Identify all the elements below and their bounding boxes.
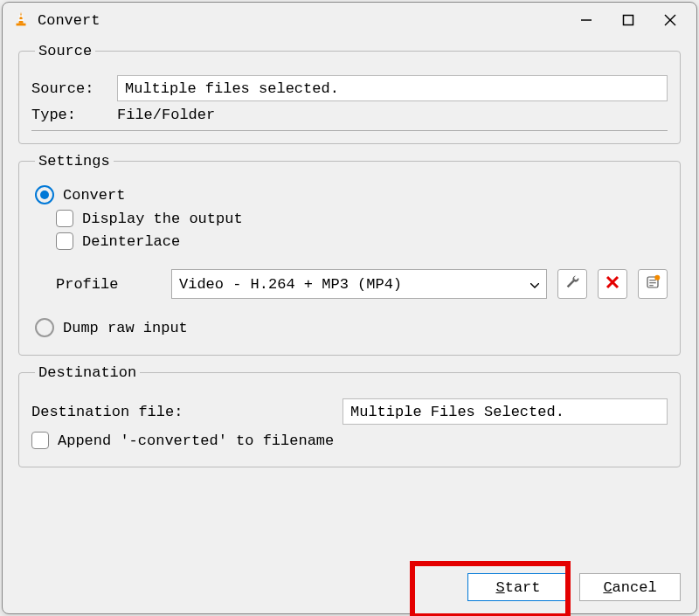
- type-label: Type:: [31, 107, 110, 123]
- svg-rect-1: [18, 19, 24, 21]
- source-value-field[interactable]: Multiple files selected.: [117, 75, 668, 101]
- start-button-label: Start: [495, 579, 540, 596]
- append-converted-label: Append '-converted' to filename: [58, 433, 334, 449]
- source-legend: Source: [35, 43, 95, 59]
- settings-group: Settings Convert Display the output Dein…: [18, 153, 681, 356]
- type-value: File/Folder: [117, 107, 215, 123]
- deinterlace-checkbox[interactable]: [56, 232, 73, 250]
- display-output-checkbox[interactable]: [56, 210, 73, 227]
- new-profile-button[interactable]: [638, 269, 668, 299]
- deinterlace-label: Deinterlace: [82, 233, 180, 250]
- chevron-down-icon: [530, 276, 539, 293]
- destination-legend: Destination: [35, 364, 140, 381]
- destination-group: Destination Destination file: Multiple F…: [18, 364, 681, 467]
- convert-radio[interactable]: [35, 185, 54, 204]
- svg-rect-2: [17, 24, 26, 26]
- titlebar: Convert: [3, 3, 696, 38]
- edit-profile-button[interactable]: [557, 269, 587, 299]
- svg-rect-0: [19, 16, 24, 17]
- divider: [31, 130, 668, 131]
- source-group: Source Source: Multiple files selected. …: [18, 43, 681, 144]
- new-profile-icon: [645, 274, 661, 294]
- profile-selected-value: Video - H.264 + MP3 (MP4): [179, 276, 402, 293]
- x-icon: [606, 275, 619, 294]
- destination-file-field[interactable]: Multiple Files Selected.: [343, 398, 668, 425]
- convert-dialog-window: Convert Source Source: Multiple files se…: [2, 2, 697, 614]
- dump-raw-label: Dump raw input: [63, 320, 188, 336]
- source-label: Source:: [31, 80, 110, 97]
- profile-label: Profile: [56, 276, 161, 293]
- svg-line-6: [665, 15, 675, 25]
- dump-raw-radio[interactable]: [35, 318, 54, 337]
- window-title: Convert: [38, 12, 565, 29]
- append-converted-checkbox[interactable]: [31, 432, 49, 449]
- window-controls: [565, 4, 691, 36]
- maximize-button[interactable]: [607, 4, 649, 36]
- display-output-label: Display the output: [82, 211, 243, 227]
- close-button[interactable]: [649, 4, 691, 36]
- dialog-content: Source Source: Multiple files selected. …: [3, 38, 696, 564]
- cancel-button-label: Cancel: [603, 579, 656, 596]
- minimize-button[interactable]: [565, 4, 607, 36]
- profile-select[interactable]: Video - H.264 + MP3 (MP4): [171, 269, 547, 299]
- svg-line-5: [665, 15, 675, 25]
- start-button[interactable]: Start: [467, 573, 569, 601]
- dialog-footer: Start Cancel: [3, 564, 696, 613]
- svg-point-13: [654, 274, 660, 280]
- svg-rect-4: [624, 16, 633, 25]
- destination-file-label: Destination file:: [31, 404, 183, 420]
- wrench-icon: [564, 274, 580, 294]
- delete-profile-button[interactable]: [598, 269, 627, 299]
- cancel-button[interactable]: Cancel: [579, 573, 681, 601]
- convert-radio-label: Convert: [63, 187, 125, 204]
- vlc-cone-icon: [11, 10, 31, 30]
- settings-legend: Settings: [35, 153, 114, 170]
